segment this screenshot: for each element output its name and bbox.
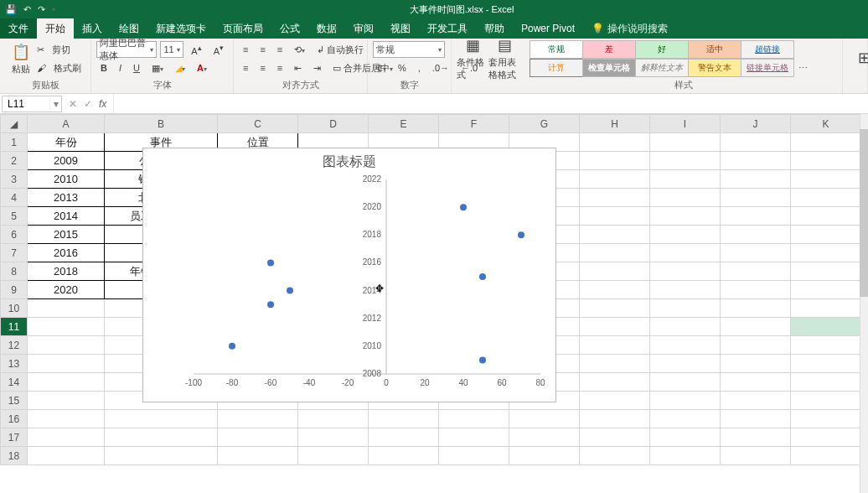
cell[interactable] xyxy=(369,428,439,447)
row-header[interactable]: 14 xyxy=(1,373,28,392)
cell[interactable] xyxy=(791,447,861,465)
shrink-font-button[interactable]: A▾ xyxy=(209,41,228,58)
font-color-button[interactable]: A▾ xyxy=(193,61,211,75)
cell[interactable]: 2020 xyxy=(28,281,105,299)
tab-review[interactable]: 审阅 xyxy=(345,18,382,39)
number-format-combo[interactable]: 常规▾ xyxy=(373,41,445,58)
bold-button[interactable]: B xyxy=(96,61,111,75)
cell[interactable] xyxy=(439,410,509,428)
indent-dec-button[interactable]: ⇤ xyxy=(290,61,306,75)
cell[interactable] xyxy=(439,428,509,447)
cell[interactable] xyxy=(509,428,580,447)
wrap-text-button[interactable]: ↲ 自动换行 xyxy=(313,42,368,58)
cell[interactable] xyxy=(580,318,650,336)
col-header-E[interactable]: E xyxy=(369,115,439,133)
cell[interactable] xyxy=(721,244,791,262)
cell[interactable] xyxy=(721,392,791,410)
cell[interactable] xyxy=(721,299,791,318)
brush-icon[interactable]: 🖌 xyxy=(37,63,46,73)
cell[interactable] xyxy=(580,170,650,189)
tab-newtab[interactable]: 新建选项卡 xyxy=(147,18,214,39)
paste-button[interactable]: 📋 粘贴 xyxy=(5,40,37,77)
cell[interactable] xyxy=(721,281,791,299)
col-header-I[interactable]: I xyxy=(650,115,721,133)
worksheet-grid[interactable]: ◢ A B C D E F G H I J K 1 年份 事件 位置 2 200… xyxy=(0,114,868,493)
cell[interactable] xyxy=(791,373,861,392)
cond-format-button[interactable]: ▦条件格式 xyxy=(457,40,488,77)
cell[interactable] xyxy=(580,133,650,152)
col-header-B[interactable]: B xyxy=(105,115,218,133)
tab-formulas[interactable]: 公式 xyxy=(271,18,308,39)
chart-plot-area[interactable]: -100-80-60-40-20020406080200820102012201… xyxy=(143,171,557,399)
col-header-K[interactable]: K xyxy=(791,115,861,133)
cell[interactable] xyxy=(650,189,721,207)
tab-draw[interactable]: 绘图 xyxy=(111,18,147,39)
cell[interactable] xyxy=(791,336,861,355)
tab-layout[interactable]: 页面布局 xyxy=(214,18,271,39)
row-header[interactable]: 6 xyxy=(1,226,28,244)
italic-button[interactable]: I xyxy=(115,61,126,75)
cell[interactable] xyxy=(791,152,861,170)
cell[interactable] xyxy=(298,447,369,465)
styles-more-icon[interactable]: ⋯ xyxy=(794,61,812,75)
underline-button[interactable]: U xyxy=(129,61,144,75)
row-header[interactable]: 15 xyxy=(1,392,28,410)
cell[interactable] xyxy=(580,152,650,170)
cell[interactable] xyxy=(791,299,861,318)
cell[interactable] xyxy=(650,262,721,281)
col-header-F[interactable]: F xyxy=(439,115,509,133)
percent-button[interactable]: % xyxy=(394,61,411,75)
cell[interactable] xyxy=(791,133,861,152)
row-header[interactable]: 3 xyxy=(1,170,28,189)
tab-data[interactable]: 数据 xyxy=(308,18,345,39)
cell[interactable] xyxy=(650,392,721,410)
style-calc[interactable]: 计算 xyxy=(530,59,583,77)
cell[interactable] xyxy=(439,447,509,465)
undo-icon[interactable]: ↶ xyxy=(23,4,31,15)
cell[interactable] xyxy=(721,262,791,281)
chevron-down-icon[interactable]: ▾ xyxy=(49,98,61,110)
cell[interactable] xyxy=(650,355,721,373)
col-header-H[interactable]: H xyxy=(580,115,650,133)
col-header-J[interactable]: J xyxy=(721,115,791,133)
cell[interactable]: 2018 xyxy=(28,262,105,281)
cell[interactable] xyxy=(580,207,650,226)
style-check[interactable]: 检查单元格 xyxy=(582,59,636,77)
fx-icon[interactable]: fx xyxy=(99,98,106,110)
row-header[interactable]: 10 xyxy=(1,299,28,318)
cell[interactable] xyxy=(580,262,650,281)
cell[interactable] xyxy=(580,244,650,262)
cell[interactable] xyxy=(580,373,650,392)
row-header[interactable]: 13 xyxy=(1,355,28,373)
style-followed-link[interactable]: 链接单元格 xyxy=(741,59,794,77)
cell[interactable]: 年份 xyxy=(28,133,105,152)
cell[interactable] xyxy=(105,447,218,465)
cell[interactable] xyxy=(650,170,721,189)
cell[interactable] xyxy=(791,262,861,281)
cell[interactable] xyxy=(791,207,861,226)
cell[interactable] xyxy=(791,244,861,262)
row-header[interactable]: 5 xyxy=(1,207,28,226)
align-left-button[interactable]: ≡ xyxy=(239,61,252,75)
font-size-combo[interactable]: 11▾ xyxy=(160,41,183,58)
cell[interactable] xyxy=(791,226,861,244)
col-header-C[interactable]: C xyxy=(218,115,298,133)
cell[interactable] xyxy=(28,447,105,465)
row-header[interactable]: 18 xyxy=(1,447,28,465)
cut-button[interactable]: 剪切 xyxy=(48,42,75,58)
col-header-G[interactable]: G xyxy=(509,115,580,133)
indent-inc-button[interactable]: ⇥ xyxy=(309,61,325,75)
row-header[interactable]: 8 xyxy=(1,262,28,281)
insert-cells-button[interactable]: ⊞ xyxy=(848,40,868,77)
table-format-button[interactable]: ▤套用表格格式 xyxy=(488,40,520,77)
cell[interactable] xyxy=(650,373,721,392)
align-right-button[interactable]: ≡ xyxy=(273,61,287,75)
cell[interactable]: 2014 xyxy=(28,207,105,226)
row-header-active[interactable]: 11 xyxy=(1,318,28,336)
cell[interactable] xyxy=(650,207,721,226)
tab-home[interactable]: 开始 xyxy=(37,18,74,39)
cell[interactable] xyxy=(791,410,861,428)
row-header[interactable]: 16 xyxy=(1,410,28,428)
cell[interactable]: 2015 xyxy=(28,226,105,244)
cell[interactable] xyxy=(28,373,105,392)
